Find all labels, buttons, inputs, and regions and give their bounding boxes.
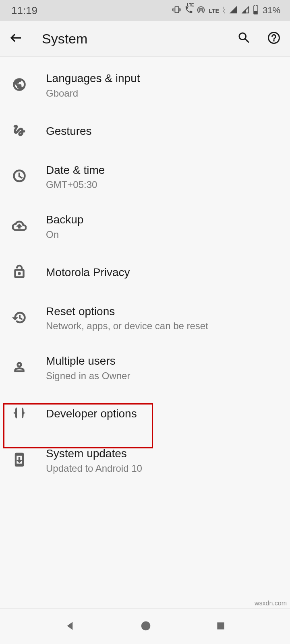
item-title: Backup — [46, 213, 280, 227]
item-subtitle: On — [46, 229, 280, 240]
item-system-updates[interactable]: System updates Updated to Android 10 — [0, 435, 290, 488]
cloud-upload-icon — [12, 219, 27, 235]
nav-home-button[interactable] — [140, 620, 152, 634]
hotspot-icon — [197, 5, 205, 16]
lte-indicator: LTE — [209, 7, 219, 14]
page-title: System — [42, 31, 237, 47]
person-icon — [12, 360, 27, 376]
item-gestures[interactable]: Gestures — [0, 110, 290, 152]
lock-open-icon — [12, 264, 27, 281]
item-multiple-users[interactable]: Multiple users Signed in as Owner — [0, 343, 290, 393]
signal-icon-1 — [229, 5, 238, 16]
item-title: Reset options — [46, 305, 280, 318]
settings-list: Languages & input Gboard Gestures Date &… — [0, 57, 290, 488]
restore-icon — [12, 310, 27, 326]
item-subtitle: Gboard — [46, 88, 280, 99]
item-title: Developer options — [46, 407, 280, 421]
item-date-time[interactable]: Date & time GMT+05:30 — [0, 152, 290, 202]
back-button[interactable] — [9, 31, 23, 47]
svg-rect-2 — [217, 622, 224, 629]
svg-rect-0 — [254, 11, 257, 14]
nav-recent-button[interactable] — [215, 621, 226, 633]
battery-text: 31% — [263, 5, 280, 16]
item-title: System updates — [46, 447, 280, 460]
status-bar: 11:19 LTE LTE 31% — [0, 0, 290, 21]
item-motorola-privacy[interactable]: Motorola Privacy — [0, 252, 290, 293]
clock-icon — [12, 169, 27, 185]
item-languages-input[interactable]: Languages & input Gboard — [0, 60, 290, 110]
signal-icon-2 — [241, 5, 250, 16]
braces-icon — [12, 406, 27, 422]
item-backup[interactable]: Backup On — [0, 202, 290, 252]
item-title: Multiple users — [46, 354, 280, 368]
item-title: Date & time — [46, 163, 280, 177]
item-developer-options[interactable]: Developer options — [0, 393, 290, 435]
watermark: wsxdn.com — [255, 600, 287, 607]
help-button[interactable] — [267, 31, 281, 47]
item-subtitle: Signed in as Owner — [46, 370, 280, 382]
item-subtitle: GMT+05:30 — [46, 179, 280, 190]
navigation-bar — [0, 609, 290, 644]
status-indicators: LTE LTE 31% — [172, 5, 280, 16]
item-subtitle: Updated to Android 10 — [46, 463, 280, 474]
item-reset-options[interactable]: Reset options Network, apps, or device c… — [0, 293, 290, 343]
gesture-icon — [12, 123, 27, 139]
globe-icon — [12, 77, 27, 93]
system-update-icon — [12, 452, 27, 469]
vibrate-icon — [172, 5, 181, 16]
svg-point-1 — [141, 621, 151, 630]
battery-icon — [253, 5, 259, 16]
item-title: Gestures — [46, 124, 280, 138]
status-time: 11:19 — [11, 4, 37, 17]
item-title: Motorola Privacy — [46, 266, 280, 279]
item-title: Languages & input — [46, 72, 280, 85]
search-button[interactable] — [237, 31, 251, 47]
nav-back-button[interactable] — [64, 620, 76, 634]
app-bar: System — [0, 21, 290, 57]
item-subtitle: Network, apps, or device can be reset — [46, 320, 280, 332]
volte-call-icon: LTE — [184, 5, 193, 16]
